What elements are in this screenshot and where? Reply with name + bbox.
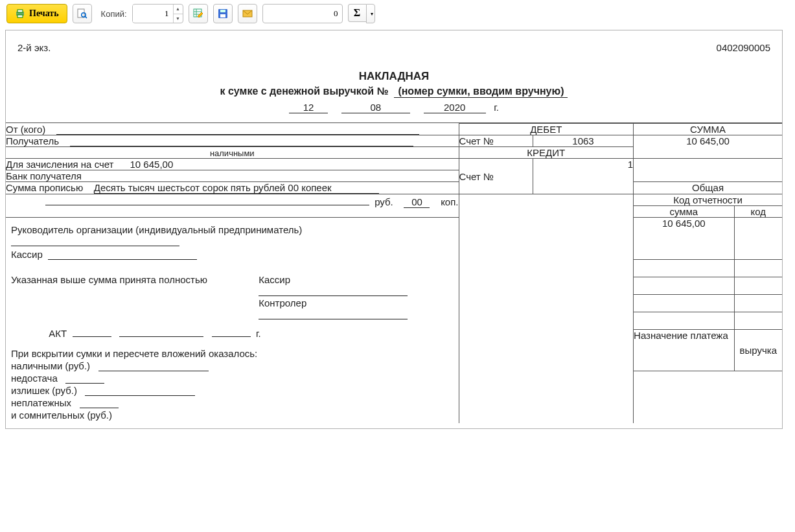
kassir-sign[interactable] bbox=[48, 249, 197, 260]
akt-f1[interactable] bbox=[73, 336, 111, 337]
magnifier-icon bbox=[77, 8, 87, 19]
debet-header: ДЕБЕТ bbox=[459, 124, 634, 135]
summa-header: СУММА bbox=[634, 124, 782, 135]
kop-value: 00 bbox=[404, 196, 430, 208]
total-value: 10 645,00 bbox=[634, 218, 734, 260]
sigma-dropdown-icon[interactable]: ▾ bbox=[366, 4, 375, 23]
svg-line-5 bbox=[85, 16, 87, 18]
svg-rect-1 bbox=[17, 10, 23, 12]
edit-table-button[interactable] bbox=[189, 4, 208, 23]
doc-title: НАКЛАДНАЯ bbox=[6, 70, 782, 83]
toolbar: Печать Копий: ▲ ▼ Σ ▾ bbox=[0, 0, 795, 30]
credit-to-cell: Для зачисления на счет 10 645,00 bbox=[6, 159, 459, 170]
nonpay-label: неплатежных bbox=[11, 397, 71, 408]
ruk-sign[interactable] bbox=[11, 235, 179, 246]
svg-rect-2 bbox=[17, 15, 23, 17]
akt-f3[interactable] bbox=[212, 336, 251, 337]
bank-label: Банк получателя bbox=[6, 170, 459, 182]
akt-f2[interactable] bbox=[119, 326, 203, 337]
sigma-icon[interactable]: Σ bbox=[348, 4, 366, 22]
cash-rub-val[interactable] bbox=[98, 361, 209, 371]
spinner-up-icon[interactable]: ▲ bbox=[174, 5, 183, 14]
date-month[interactable]: 08 bbox=[341, 102, 410, 113]
credit-mark: 1 bbox=[533, 159, 633, 194]
bag-number[interactable]: (номер сумки, вводим вручную) bbox=[394, 86, 568, 98]
acct1-value: 1063 bbox=[533, 135, 633, 147]
opening-label: При вскрытии сумки и пересчете вложений … bbox=[11, 348, 454, 359]
surplus-label: излишек (руб.) bbox=[11, 385, 77, 396]
svg-rect-12 bbox=[220, 14, 225, 17]
kod-col-header: код bbox=[734, 206, 782, 218]
sum-words-label: Сумма прописью bbox=[6, 182, 83, 193]
shortage-val[interactable] bbox=[65, 373, 104, 384]
date-row: 12 08 2020 г. bbox=[6, 102, 782, 113]
shortage-label: недостача bbox=[11, 373, 58, 384]
envelope-icon bbox=[242, 8, 253, 19]
recipient-label: Получатель bbox=[6, 135, 59, 146]
print-label: Печать bbox=[29, 8, 59, 19]
svg-rect-11 bbox=[220, 10, 225, 12]
printer-icon bbox=[15, 8, 25, 19]
acct2-label: Счет № bbox=[459, 159, 533, 194]
table-pencil-icon bbox=[193, 8, 203, 19]
copies-input[interactable] bbox=[133, 5, 173, 22]
nonpay-val[interactable] bbox=[80, 398, 119, 408]
kassir2-sign[interactable] bbox=[259, 285, 408, 296]
preview-button[interactable] bbox=[73, 4, 92, 23]
number-input[interactable] bbox=[262, 4, 343, 23]
document-area: 2-й экз. 0402090005 НАКЛАДНАЯ к сумке с … bbox=[5, 30, 783, 429]
credit-header: КРЕДИТ bbox=[459, 147, 634, 159]
obshaya-label: Общая bbox=[634, 182, 782, 194]
sum-words-cell: Сумма прописью Десять тысяч шестьсот сор… bbox=[6, 182, 459, 194]
akt-label: АКТ bbox=[49, 328, 67, 339]
acct1-label: Счет № bbox=[459, 135, 533, 147]
print-button[interactable]: Печать bbox=[6, 4, 67, 23]
rub-kop-cell: руб. 00 коп. bbox=[6, 194, 459, 218]
surplus-val[interactable] bbox=[85, 386, 195, 396]
from-cell: От (кого) bbox=[6, 124, 459, 135]
from-label: От (кого) bbox=[6, 124, 45, 135]
kontroler-sign[interactable] bbox=[259, 308, 408, 319]
signatures-block: Руководитель организации (индивидуальный… bbox=[6, 218, 459, 424]
save-button[interactable] bbox=[213, 4, 233, 23]
credit-to-label: Для зачисления на счет bbox=[6, 159, 114, 170]
akt-suf: г. bbox=[256, 328, 261, 339]
kod-ot-label: Код отчетности bbox=[634, 194, 782, 206]
kop-label: коп. bbox=[441, 196, 458, 207]
doubt-label: и сомнительных (руб.) bbox=[11, 410, 112, 421]
copy-label: 2-й экз. bbox=[17, 42, 51, 53]
summa-value: 10 645,00 bbox=[634, 135, 782, 159]
copies-spinner[interactable]: ▲ ▼ bbox=[132, 4, 183, 23]
kontroler-label: Контролер bbox=[259, 297, 306, 308]
recipient-cell: Получатель bbox=[6, 135, 459, 147]
credit-to-sum: 10 645,00 bbox=[130, 159, 174, 170]
subtitle-prefix: к сумке с денежной выручкой № bbox=[220, 86, 389, 97]
floppy-icon bbox=[218, 8, 228, 19]
rub-label: руб. bbox=[374, 196, 393, 207]
date-suffix: г. bbox=[494, 102, 499, 113]
sum-col-header: сумма bbox=[634, 206, 734, 218]
main-table: От (кого) ДЕБЕТ СУММА Счет № 1063 10 645… bbox=[6, 123, 782, 423]
cash-caption: наличными bbox=[6, 147, 459, 159]
ruk-label: Руководитель организации (индивидуальный… bbox=[11, 224, 302, 235]
okud-code: 0402090005 bbox=[717, 42, 770, 53]
kassir-label: Кассир bbox=[11, 249, 43, 260]
vyr-value: выручка bbox=[734, 329, 782, 371]
accepted-label: Указанная выше сумма принята полностью bbox=[11, 274, 259, 319]
sum-words: Десять тысяч шестьсот сорок пять рублей … bbox=[94, 182, 379, 194]
spinner-down-icon[interactable]: ▼ bbox=[174, 14, 183, 23]
date-day[interactable]: 12 bbox=[289, 102, 328, 113]
naz-label: Назначение платежа bbox=[634, 329, 734, 371]
from-value[interactable] bbox=[56, 124, 419, 135]
cash-rub-label: наличными (руб.) bbox=[11, 360, 90, 371]
copies-label: Копий: bbox=[101, 9, 127, 19]
doc-subtitle: к сумке с денежной выручкой № (номер сум… bbox=[6, 86, 782, 98]
sum-button[interactable]: Σ ▾ bbox=[348, 4, 375, 23]
date-year[interactable]: 2020 bbox=[424, 102, 486, 113]
kassir2-label: Кассир bbox=[259, 274, 290, 285]
recipient-value[interactable] bbox=[70, 135, 413, 146]
email-button[interactable] bbox=[238, 4, 257, 23]
